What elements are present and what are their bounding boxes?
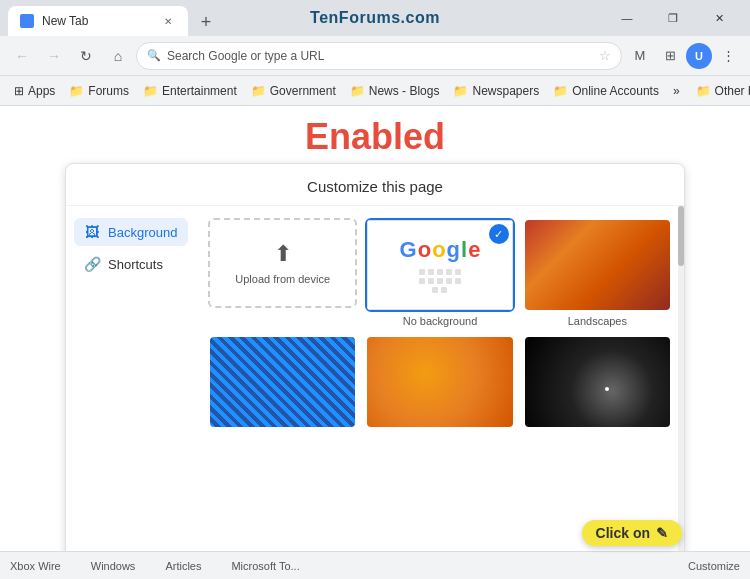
folder-icon: 📁 [350,84,365,98]
shortcuts-icon: 🔗 [84,256,100,272]
other-bookmarks-label: Other bookmarks [715,84,750,98]
blue-pattern-cell[interactable] [208,335,357,429]
space-wrapper [523,335,672,429]
bookmark-newspapers[interactable]: 📁 Newspapers [447,81,545,101]
no-background-label: No background [365,315,514,327]
bookmark-online-accounts-label: Online Accounts [572,84,659,98]
click-on-label: Click on [596,525,650,541]
customize-sidebar: 🖼 Background 🔗 Shortcuts [66,206,196,556]
sidebar-background-label: Background [108,225,177,240]
address-bar[interactable]: 🔍 Search Google or type a URL ☆ [136,42,622,70]
sidebar-item-background[interactable]: 🖼 Background [74,218,188,246]
upload-from-device-cell[interactable]: ⬆ Upload from device [208,218,357,308]
titlebar: New Tab ✕ + TenForums.com — ❐ ✕ [0,0,750,36]
sidebar-shortcuts-label: Shortcuts [108,257,163,272]
tab-close-button[interactable]: ✕ [160,13,176,29]
toolbar: ← → ↻ ⌂ 🔍 Search Google or type a URL ☆ … [0,36,750,76]
customize-title: Customize this page [66,164,684,206]
bottom-windows[interactable]: Windows [91,560,136,572]
new-tab-button[interactable]: + [192,8,220,36]
background-icon: 🖼 [84,224,100,240]
scrollbar-track[interactable] [678,206,684,556]
other-bookmarks[interactable]: 📁 Other bookmarks [690,81,750,101]
bottom-bar: Xbox Wire Windows Articles Microsoft To.… [0,551,750,579]
home-button[interactable]: ⌂ [104,42,132,70]
folder-icon: 📁 [453,84,468,98]
star-dot [605,387,609,391]
scrollbar-thumb[interactable] [678,206,684,266]
tenforums-logo: TenForums.com [310,0,440,36]
blue-pattern-preview [210,337,355,427]
restore-button[interactable]: ❐ [650,3,696,33]
bookmark-forums-label: Forums [88,84,129,98]
bookmark-star-icon: ☆ [599,48,611,63]
folder-icon: 📁 [69,84,84,98]
orange-cell[interactable] [365,335,514,429]
bookmark-entertainment-label: Entertainment [162,84,237,98]
orange-preview [367,337,512,427]
minimize-button[interactable]: — [604,3,650,33]
landscapes-wrapper: Landscapes [523,218,672,327]
back-button[interactable]: ← [8,42,36,70]
folder-icon: 📁 [143,84,158,98]
bottom-xbox-wire[interactable]: Xbox Wire [10,560,61,572]
active-tab[interactable]: New Tab ✕ [8,6,188,36]
user-avatar[interactable]: U [686,43,712,69]
bottom-articles[interactable]: Articles [165,560,201,572]
account-icon: M [635,48,646,63]
blue-pattern-wrapper [208,335,357,429]
folder-icon: 📁 [251,84,266,98]
folder-icon: 📁 [553,84,568,98]
click-on-tooltip: Click on ✎ [582,520,682,546]
selected-checkmark: ✓ [489,224,509,244]
bookmark-news[interactable]: 📁 News - Blogs [344,81,446,101]
reload-button[interactable]: ↻ [72,42,100,70]
extensions-icon: ⊞ [665,48,676,63]
bookmark-apps-label: Apps [28,84,55,98]
enabled-text: Enabled [305,116,445,157]
cursor-icon: ✎ [656,525,668,541]
forward-button[interactable]: → [40,42,68,70]
bookmark-newspapers-label: Newspapers [472,84,539,98]
bookmarks-bar: ⊞ Apps 📁 Forums 📁 Entertainment 📁 Govern… [0,76,750,106]
upload-wrapper: ⬆ Upload from device [208,218,357,327]
bookmark-entertainment[interactable]: 📁 Entertainment [137,81,243,101]
tab-strip: New Tab ✕ + [8,0,220,36]
menu-button[interactable]: ⋮ [714,42,742,70]
customize-images-area: ⬆ Upload from device Google [196,206,684,556]
window-controls: — ❐ ✕ [604,3,742,33]
landscapes-cell[interactable] [523,218,672,312]
tab-favicon [20,14,34,28]
address-text: Search Google or type a URL [167,49,593,63]
bookmarks-more: » 📁 Other bookmarks [667,81,750,101]
space-preview [525,337,670,427]
space-cell[interactable] [523,335,672,429]
extensions-button[interactable]: ⊞ [656,42,684,70]
image-grid: ⬆ Upload from device Google [208,218,672,429]
bookmark-online-accounts[interactable]: 📁 Online Accounts [547,81,665,101]
bookmark-apps[interactable]: ⊞ Apps [8,81,61,101]
enabled-banner: Enabled [0,106,750,163]
toolbar-right: M ⊞ U ⋮ [626,42,742,70]
customize-body: 🖼 Background 🔗 Shortcuts ⬆ Upload from d… [66,206,684,556]
upload-icon: ⬆ [274,241,292,267]
google-dots [415,269,465,293]
account-button[interactable]: M [626,42,654,70]
close-button[interactable]: ✕ [696,3,742,33]
no-background-cell[interactable]: Google ✓ [365,218,514,312]
landscapes-label: Landscapes [523,315,672,327]
sidebar-item-shortcuts[interactable]: 🔗 Shortcuts [74,250,188,278]
bookmark-government[interactable]: 📁 Government [245,81,342,101]
bottom-microsoft-to[interactable]: Microsoft To... [231,560,299,572]
apps-icon: ⊞ [14,84,24,98]
main-content: Enabled Customize this page 🖼 Background… [0,106,750,579]
customize-panel: Customize this page 🖼 Background 🔗 Short… [65,163,685,563]
tab-label: New Tab [42,14,88,28]
landscape-preview [525,220,670,310]
upload-label: Upload from device [235,273,330,285]
search-icon: 🔍 [147,49,161,62]
customize-link[interactable]: Customize [688,560,740,572]
bookmarks-more-button[interactable]: » [667,81,686,101]
other-bookmarks-icon: 📁 [696,84,711,98]
bookmark-forums[interactable]: 📁 Forums [63,81,135,101]
